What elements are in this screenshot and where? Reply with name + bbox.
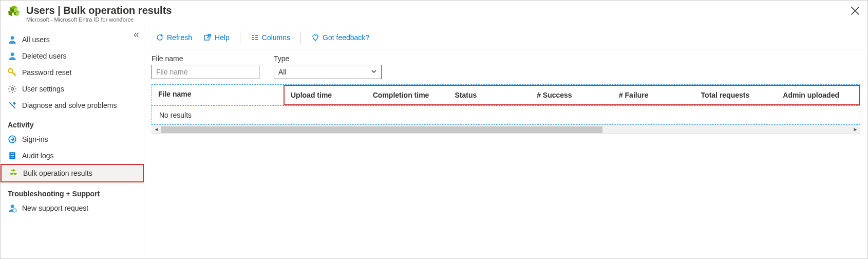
scroll-right-arrow[interactable]: ► <box>851 125 860 134</box>
section-activity: Activity <box>1 114 144 131</box>
column-header-completion-time[interactable]: Completion time <box>367 86 449 104</box>
svg-rect-15 <box>11 154 14 154</box>
collapse-sidebar-button[interactable] <box>133 31 140 40</box>
page-header: Users | Bulk operation results Microsoft… <box>1 1 867 26</box>
key-icon <box>8 68 17 77</box>
nav-label: Diagnose and solve problems <box>22 101 117 109</box>
main-content: Refresh Help Columns Got feedback? File … <box>144 26 867 258</box>
column-header-status[interactable]: Status <box>448 86 531 104</box>
sidebar-item-all-users[interactable]: All users <box>1 31 144 48</box>
cubes-icon <box>9 169 18 178</box>
refresh-icon <box>156 33 164 42</box>
chevron-down-icon <box>371 68 377 76</box>
nav-label: Password reset <box>22 68 71 77</box>
page-title: Users | Bulk operation results <box>26 5 172 16</box>
gear-icon <box>8 84 17 94</box>
header-text-block: Users | Bulk operation results Microsoft… <box>26 5 172 23</box>
toolbar-label: Refresh <box>167 33 192 42</box>
column-header-upload-time[interactable]: Upload time <box>285 86 367 104</box>
external-link-icon <box>203 33 212 42</box>
svg-point-12 <box>11 88 14 90</box>
horizontal-scrollbar[interactable]: ◄ ► <box>152 125 860 134</box>
columns-icon <box>251 33 259 42</box>
svg-point-9 <box>11 36 14 40</box>
toolbar-label: Help <box>215 33 230 42</box>
sidebar-item-diagnose[interactable]: Diagnose and solve problems <box>1 97 144 114</box>
svg-point-21 <box>11 205 14 208</box>
chevron-double-left-icon <box>133 31 140 39</box>
nav-label: All users <box>22 35 50 44</box>
toolbar: Refresh Help Columns Got feedback? <box>144 26 867 49</box>
sidebar-item-bulk-operation-results[interactable]: Bulk operation results <box>1 164 144 182</box>
filter-type: Type All <box>274 54 382 79</box>
nav-label: New support request <box>22 204 88 212</box>
svg-rect-16 <box>11 155 14 156</box>
svg-point-10 <box>11 52 14 56</box>
nav-label: User settings <box>22 85 64 93</box>
page-subtitle: Microsoft - Microsoft Entra ID for workf… <box>26 16 172 23</box>
svg-marker-18 <box>11 169 16 172</box>
close-button[interactable] <box>850 6 860 16</box>
toolbar-separator <box>300 32 301 43</box>
nav-label: Bulk operation results <box>23 169 92 177</box>
column-header-success[interactable]: # Success <box>531 86 613 104</box>
nav-label: Deleted users <box>22 52 66 60</box>
column-header-failure[interactable]: # Failure <box>613 86 695 104</box>
cubes-icon <box>7 5 21 19</box>
highlighted-columns: Upload time Completion time Status # Suc… <box>284 85 860 105</box>
heart-icon <box>311 33 319 42</box>
toolbar-label: Got feedback? <box>323 33 369 42</box>
sidebar-item-password-reset[interactable]: Password reset <box>1 64 144 81</box>
type-select[interactable]: All <box>274 65 382 79</box>
columns-button[interactable]: Columns <box>247 31 294 44</box>
scroll-thumb[interactable] <box>161 126 602 133</box>
svg-text:?: ? <box>14 209 15 212</box>
select-value: All <box>278 68 287 76</box>
filter-filename: File name <box>152 54 259 79</box>
filename-input[interactable] <box>152 65 259 79</box>
sidebar-item-audit-logs[interactable]: Audit logs <box>1 147 144 164</box>
user-icon <box>8 51 17 61</box>
filter-bar: File name Type All <box>144 49 867 83</box>
svg-marker-20 <box>13 173 17 175</box>
log-icon <box>8 151 17 160</box>
column-header-admin-uploaded[interactable]: Admin uploaded <box>777 86 859 104</box>
support-icon: ? <box>8 203 17 213</box>
sidebar-item-deleted-users[interactable]: Deleted users <box>1 48 144 64</box>
sidebar: All users Deleted users Password reset U… <box>1 26 144 258</box>
nav-label: Sign-ins <box>22 135 48 143</box>
column-header-total-requests[interactable]: Total requests <box>695 86 777 104</box>
toolbar-separator <box>240 32 240 43</box>
help-button[interactable]: Help <box>199 31 234 44</box>
close-icon <box>850 6 860 16</box>
user-icon <box>8 35 17 44</box>
table-header: File name Upload time Completion time St… <box>152 84 860 106</box>
sidebar-item-signins[interactable]: Sign-ins <box>1 131 144 147</box>
section-troubleshoot: Troubleshooting + Support <box>1 182 144 200</box>
wrench-icon <box>8 101 17 110</box>
svg-rect-24 <box>204 35 209 40</box>
results-table: File name Upload time Completion time St… <box>152 84 860 125</box>
svg-rect-17 <box>11 157 14 157</box>
sidebar-item-user-settings[interactable]: User settings <box>1 81 144 97</box>
signin-icon <box>8 135 17 144</box>
nav-label: Audit logs <box>22 152 53 160</box>
column-header-filename[interactable]: File name <box>152 85 284 105</box>
sidebar-item-new-support-request[interactable]: ? New support request <box>1 200 144 216</box>
field-label: File name <box>152 54 259 63</box>
scroll-left-arrow[interactable]: ◄ <box>152 125 161 134</box>
feedback-button[interactable]: Got feedback? <box>307 31 373 44</box>
refresh-button[interactable]: Refresh <box>152 31 196 44</box>
toolbar-label: Columns <box>262 33 290 42</box>
field-label: Type <box>274 54 382 63</box>
table-empty-message: No results <box>152 106 860 125</box>
